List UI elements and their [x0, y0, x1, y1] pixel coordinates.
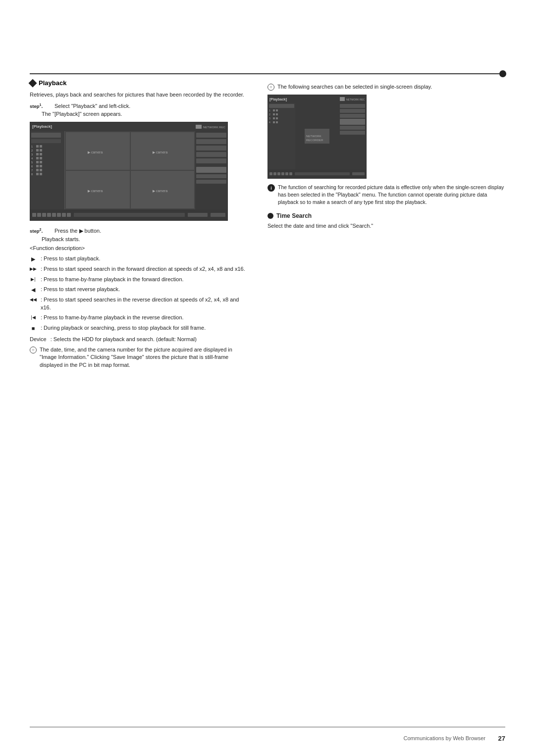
cam-num-8: 8	[31, 173, 35, 176]
note-block-1: ○ The date, time, and the camera number …	[30, 346, 248, 369]
smr-left-btn	[269, 104, 294, 108]
func-text-rev: : Press to start reverse playback.	[41, 286, 248, 293]
left-panel-dropdown	[31, 139, 61, 143]
svg-text:NETWORK RECORDER: NETWORK RECORDER	[203, 126, 225, 129]
screen-body: 1 2 3	[30, 131, 227, 209]
step2-sub-text: Playback starts.	[42, 236, 80, 242]
transport-ff2	[62, 213, 66, 217]
func-item-frame-rev: |◀ : Press to frame-by-frame playback in…	[30, 314, 248, 321]
big-note-icon: i	[268, 184, 275, 192]
smr-time	[352, 172, 365, 175]
smr-right-btn-5	[340, 131, 365, 135]
step2-sub: Playback starts.	[42, 236, 248, 242]
screen-right-big-btn	[196, 167, 226, 173]
frame-fwd-icon: ▶|	[30, 276, 37, 283]
filled-circle-icon	[268, 213, 273, 219]
step1-row: step1. Select "Playback" and left-click.	[30, 103, 248, 109]
section-header: Playback	[30, 79, 248, 87]
page: Playback Retrieves, plays back and searc…	[0, 0, 535, 756]
screen-cell-1: ▶ camera	[66, 132, 130, 170]
transport-ff	[57, 213, 61, 217]
big-note-text: The function of searching for recorded p…	[278, 184, 505, 205]
svg-text:▶ camera: ▶ camera	[88, 189, 103, 193]
smr-dot-3	[273, 117, 275, 119]
smr-right-big-btn	[340, 119, 365, 125]
screen-right-btn-3	[196, 146, 226, 151]
transport-rev-ff	[37, 213, 41, 217]
smr-right-btn-3	[340, 114, 365, 118]
smr-left-panel: 1 2 3	[268, 103, 295, 169]
cam-dot-6	[36, 165, 39, 167]
step2-label: step2.	[30, 228, 54, 234]
func-item-play: ▶ : Press to start playback.	[30, 255, 248, 263]
screen-main-area: ▶ camera ▶ camera ▶ camera ▶ camera	[65, 131, 195, 209]
intro-text: Retrieves, plays back and searches for p…	[30, 91, 248, 99]
smr-transport-6	[289, 172, 292, 175]
screen-right-btn-5	[196, 158, 226, 163]
right-note-top: ○ The following searches can be selected…	[268, 83, 505, 91]
transport-skip-end	[67, 213, 71, 217]
step2-row: step2. Press the ▶ button.	[30, 228, 248, 234]
page-number: 27	[498, 735, 505, 742]
right-column: ○ The following searches can be selected…	[268, 79, 505, 234]
smr-cam-2: 2	[269, 113, 272, 116]
screen-left-panel: 1 2 3	[30, 131, 65, 209]
smr-cam-4: 4	[269, 121, 272, 124]
cam-dot-4	[36, 157, 39, 159]
screen-top-bar: [Playback] NETWORK RECORDER	[30, 122, 227, 131]
svg-text:NETWORK: NETWORK	[306, 135, 321, 138]
transport-stop	[47, 213, 51, 217]
cam-dot2-4	[40, 157, 42, 159]
func-item-ff: ▶▶ : Press to start speed search in the …	[30, 265, 248, 273]
cam-num-7: 7	[31, 169, 35, 172]
transport-play	[52, 213, 56, 217]
transport-extra	[211, 213, 225, 217]
screen-right-btn-4	[196, 152, 226, 157]
func-text-frame-fwd: : Press to frame-by-frame playback in th…	[41, 276, 248, 283]
footer-label: Communications by Web Browser	[404, 735, 485, 741]
cam-row-3: 3	[31, 153, 63, 156]
cam-dot2-7	[40, 169, 42, 171]
svg-rect-6	[340, 97, 345, 101]
step1-sub: The "[Playback]" screen appears.	[42, 111, 248, 117]
step1-word: step	[30, 103, 40, 109]
cam-dot-7	[36, 169, 39, 171]
rev-ff-icon: ◀◀	[30, 297, 37, 303]
smr-dot2-3	[276, 117, 278, 119]
step1-sup: 1	[40, 103, 42, 106]
time-search-text: Select the date and time and click "Sear…	[268, 222, 505, 230]
smr-right-btn-4	[340, 126, 365, 130]
ff-icon: ▶▶	[30, 266, 37, 272]
smr-cam-3: 3	[269, 117, 272, 120]
cam-dot-5	[36, 161, 39, 163]
smr-right-btn-1	[340, 104, 365, 108]
smr-camera-view: NETWORK RECORDER	[295, 103, 339, 169]
screen-right-btn-7	[196, 180, 226, 184]
screen-cell-4: ▶ camera	[131, 171, 195, 208]
step1-text: Select "Playback" and left-click.	[54, 103, 248, 109]
smr-transport-3	[277, 172, 280, 175]
smr-dot2-2	[276, 113, 278, 115]
step2-text: Press the ▶ button.	[54, 228, 248, 234]
func-list: ▶ : Press to start playback. ▶▶ : Press …	[30, 255, 248, 332]
stop-icon: ■	[30, 325, 37, 332]
screen-right-btn-1	[196, 133, 226, 138]
smr-logo: NETWORK REC	[340, 97, 365, 102]
time-search-title: Time Search	[276, 212, 312, 219]
cam-num-2: 2	[31, 149, 35, 152]
left-panel-top-btn	[31, 133, 61, 138]
svg-text:▶ camera: ▶ camera	[88, 151, 103, 154]
smr-progress	[295, 172, 350, 175]
screen-right-panel	[195, 131, 227, 209]
cam-dot-1	[36, 145, 39, 148]
screen-cell-3: ▶ camera	[66, 171, 130, 208]
transport-progress	[74, 213, 185, 217]
func-item-rev-ff: ◀◀ : Press to start speed searches in th…	[30, 296, 248, 311]
circle-note-icon: ○	[268, 84, 274, 91]
cam-row-1: 1	[31, 145, 63, 148]
func-text-frame-rev: : Press to frame-by-frame playback in th…	[41, 314, 248, 321]
rev-icon: ◀	[30, 286, 37, 294]
smr-transport-5	[285, 172, 288, 175]
cam-dot2-2	[40, 149, 42, 151]
smr-main-area: NETWORK RECORDER	[295, 103, 339, 169]
